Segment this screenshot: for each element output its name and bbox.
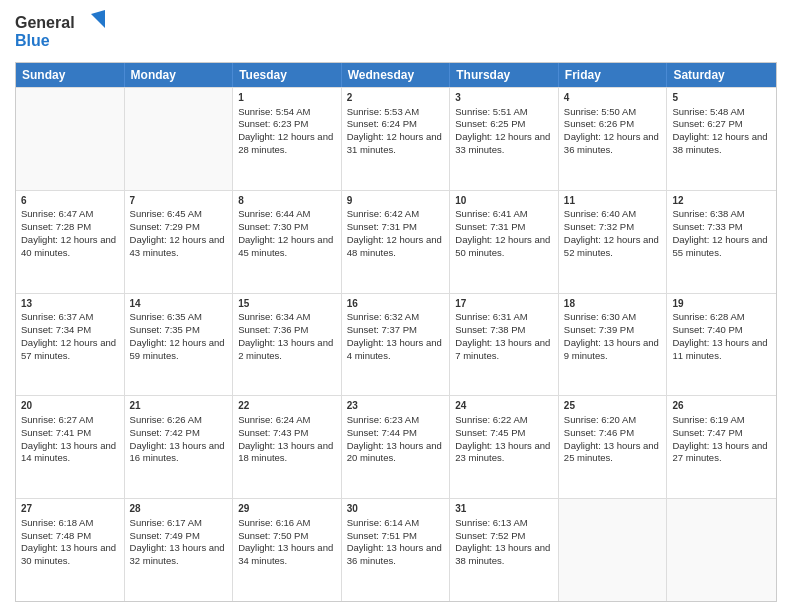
daylight-hours: Daylight: 12 hours and 55 minutes. xyxy=(672,234,767,258)
day-number: 3 xyxy=(455,91,553,105)
sunset: Sunset: 7:45 PM xyxy=(455,427,525,438)
svg-marker-1 xyxy=(91,10,105,28)
daylight-hours: Daylight: 12 hours and 38 minutes. xyxy=(672,131,767,155)
cal-cell: 7Sunrise: 6:45 AMSunset: 7:29 PMDaylight… xyxy=(125,191,234,293)
logo-svg: General Blue xyxy=(15,10,105,54)
day-number: 5 xyxy=(672,91,771,105)
daylight-hours: Daylight: 13 hours and 20 minutes. xyxy=(347,440,442,464)
cal-cell: 16Sunrise: 6:32 AMSunset: 7:37 PMDayligh… xyxy=(342,294,451,396)
daylight-hours: Daylight: 13 hours and 34 minutes. xyxy=(238,542,333,566)
sunset: Sunset: 7:41 PM xyxy=(21,427,91,438)
cal-header-tuesday: Tuesday xyxy=(233,63,342,87)
daylight-hours: Daylight: 12 hours and 59 minutes. xyxy=(130,337,225,361)
cal-cell: 18Sunrise: 6:30 AMSunset: 7:39 PMDayligh… xyxy=(559,294,668,396)
sunrise: Sunrise: 6:23 AM xyxy=(347,414,419,425)
sunset: Sunset: 7:44 PM xyxy=(347,427,417,438)
daylight-hours: Daylight: 13 hours and 14 minutes. xyxy=(21,440,116,464)
daylight-hours: Daylight: 13 hours and 32 minutes. xyxy=(130,542,225,566)
cal-cell xyxy=(16,88,125,190)
day-number: 1 xyxy=(238,91,336,105)
day-number: 11 xyxy=(564,194,662,208)
sunrise: Sunrise: 6:14 AM xyxy=(347,517,419,528)
sunrise: Sunrise: 5:53 AM xyxy=(347,106,419,117)
calendar-header: SundayMondayTuesdayWednesdayThursdayFrid… xyxy=(16,63,776,87)
cal-header-saturday: Saturday xyxy=(667,63,776,87)
sunset: Sunset: 7:31 PM xyxy=(347,221,417,232)
day-number: 8 xyxy=(238,194,336,208)
sunrise: Sunrise: 6:41 AM xyxy=(455,208,527,219)
page: General Blue SundayMondayTuesdayWednesda… xyxy=(0,0,792,612)
cal-cell: 20Sunrise: 6:27 AMSunset: 7:41 PMDayligh… xyxy=(16,396,125,498)
sunrise: Sunrise: 6:40 AM xyxy=(564,208,636,219)
cal-cell: 19Sunrise: 6:28 AMSunset: 7:40 PMDayligh… xyxy=(667,294,776,396)
sunrise: Sunrise: 6:37 AM xyxy=(21,311,93,322)
sunset: Sunset: 6:23 PM xyxy=(238,118,308,129)
daylight-hours: Daylight: 12 hours and 52 minutes. xyxy=(564,234,659,258)
day-number: 30 xyxy=(347,502,445,516)
day-number: 26 xyxy=(672,399,771,413)
day-number: 19 xyxy=(672,297,771,311)
cal-header-monday: Monday xyxy=(125,63,234,87)
day-number: 16 xyxy=(347,297,445,311)
sunrise: Sunrise: 6:26 AM xyxy=(130,414,202,425)
sunset: Sunset: 7:52 PM xyxy=(455,530,525,541)
cal-header-sunday: Sunday xyxy=(16,63,125,87)
daylight-hours: Daylight: 12 hours and 31 minutes. xyxy=(347,131,442,155)
daylight-hours: Daylight: 13 hours and 16 minutes. xyxy=(130,440,225,464)
sunset: Sunset: 7:38 PM xyxy=(455,324,525,335)
daylight-hours: Daylight: 12 hours and 43 minutes. xyxy=(130,234,225,258)
cal-cell: 12Sunrise: 6:38 AMSunset: 7:33 PMDayligh… xyxy=(667,191,776,293)
day-number: 15 xyxy=(238,297,336,311)
cal-cell: 2Sunrise: 5:53 AMSunset: 6:24 PMDaylight… xyxy=(342,88,451,190)
sunrise: Sunrise: 6:19 AM xyxy=(672,414,744,425)
day-number: 25 xyxy=(564,399,662,413)
header: General Blue xyxy=(15,10,777,54)
day-number: 13 xyxy=(21,297,119,311)
sunrise: Sunrise: 6:35 AM xyxy=(130,311,202,322)
sunset: Sunset: 7:50 PM xyxy=(238,530,308,541)
cal-cell: 5Sunrise: 5:48 AMSunset: 6:27 PMDaylight… xyxy=(667,88,776,190)
daylight-hours: Daylight: 13 hours and 27 minutes. xyxy=(672,440,767,464)
daylight-hours: Daylight: 13 hours and 2 minutes. xyxy=(238,337,333,361)
sunrise: Sunrise: 6:16 AM xyxy=(238,517,310,528)
daylight-hours: Daylight: 12 hours and 33 minutes. xyxy=(455,131,550,155)
day-number: 28 xyxy=(130,502,228,516)
sunrise: Sunrise: 6:18 AM xyxy=(21,517,93,528)
sunrise: Sunrise: 6:17 AM xyxy=(130,517,202,528)
sunrise: Sunrise: 6:24 AM xyxy=(238,414,310,425)
cal-cell xyxy=(125,88,234,190)
day-number: 9 xyxy=(347,194,445,208)
daylight-hours: Daylight: 12 hours and 28 minutes. xyxy=(238,131,333,155)
day-number: 7 xyxy=(130,194,228,208)
cal-week-3: 13Sunrise: 6:37 AMSunset: 7:34 PMDayligh… xyxy=(16,293,776,396)
sunset: Sunset: 7:35 PM xyxy=(130,324,200,335)
daylight-hours: Daylight: 13 hours and 9 minutes. xyxy=(564,337,659,361)
day-number: 12 xyxy=(672,194,771,208)
sunrise: Sunrise: 6:27 AM xyxy=(21,414,93,425)
cal-cell: 22Sunrise: 6:24 AMSunset: 7:43 PMDayligh… xyxy=(233,396,342,498)
daylight-hours: Daylight: 13 hours and 38 minutes. xyxy=(455,542,550,566)
cal-cell: 27Sunrise: 6:18 AMSunset: 7:48 PMDayligh… xyxy=(16,499,125,601)
cal-cell: 10Sunrise: 6:41 AMSunset: 7:31 PMDayligh… xyxy=(450,191,559,293)
daylight-hours: Daylight: 13 hours and 30 minutes. xyxy=(21,542,116,566)
cal-header-thursday: Thursday xyxy=(450,63,559,87)
sunset: Sunset: 6:25 PM xyxy=(455,118,525,129)
day-number: 6 xyxy=(21,194,119,208)
sunset: Sunset: 7:31 PM xyxy=(455,221,525,232)
daylight-hours: Daylight: 12 hours and 40 minutes. xyxy=(21,234,116,258)
sunset: Sunset: 7:29 PM xyxy=(130,221,200,232)
cal-cell: 24Sunrise: 6:22 AMSunset: 7:45 PMDayligh… xyxy=(450,396,559,498)
daylight-hours: Daylight: 12 hours and 48 minutes. xyxy=(347,234,442,258)
daylight-hours: Daylight: 12 hours and 45 minutes. xyxy=(238,234,333,258)
daylight-hours: Daylight: 12 hours and 36 minutes. xyxy=(564,131,659,155)
sunset: Sunset: 6:24 PM xyxy=(347,118,417,129)
sunset: Sunset: 7:32 PM xyxy=(564,221,634,232)
daylight-hours: Daylight: 13 hours and 18 minutes. xyxy=(238,440,333,464)
sunset: Sunset: 7:49 PM xyxy=(130,530,200,541)
sunset: Sunset: 7:37 PM xyxy=(347,324,417,335)
day-number: 4 xyxy=(564,91,662,105)
cal-cell: 25Sunrise: 6:20 AMSunset: 7:46 PMDayligh… xyxy=(559,396,668,498)
cal-cell: 17Sunrise: 6:31 AMSunset: 7:38 PMDayligh… xyxy=(450,294,559,396)
day-number: 14 xyxy=(130,297,228,311)
daylight-hours: Daylight: 13 hours and 7 minutes. xyxy=(455,337,550,361)
